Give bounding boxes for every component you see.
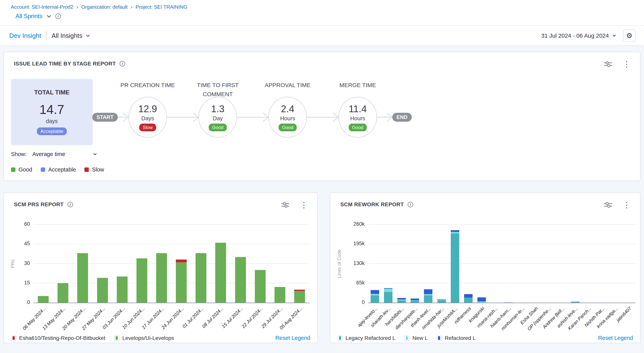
info-icon[interactable]: i <box>120 61 125 66</box>
legend-checkbox <box>437 335 442 341</box>
bar-segment[interactable] <box>384 289 392 292</box>
bar-segment[interactable] <box>176 260 187 262</box>
reset-legend-link[interactable]: Reset Legend <box>275 335 310 341</box>
kebab-menu-icon[interactable]: ⋮ <box>623 60 630 68</box>
breadcrumb-project[interactable]: Project: SEI TRAINING <box>136 4 187 10</box>
bar-segment[interactable] <box>464 298 472 302</box>
y-tick-label: 130k <box>353 260 365 266</box>
breadcrumb-organization[interactable]: Organization: default <box>81 4 128 10</box>
bar-segment[interactable] <box>397 298 406 300</box>
lead-time-legend: Good Acceptable Slow <box>11 166 104 173</box>
scm-rework-panel: SCM REWORK REPORT i ⋮ Lines of Code 065k… <box>330 192 640 343</box>
legend-swatch <box>11 168 16 172</box>
stage-status-badge: Good <box>349 124 367 131</box>
gridline <box>368 264 635 264</box>
stage-title-approval: APPROVAL TIME <box>255 81 320 90</box>
stage-node-pr-creation[interactable]: 12.9 Days Slow <box>128 97 167 138</box>
kebab-menu-icon[interactable]: ⋮ <box>623 201 630 209</box>
filter-sliders-icon[interactable] <box>604 61 613 68</box>
bar-segment[interactable] <box>384 292 392 302</box>
bar-segment[interactable] <box>294 290 305 291</box>
x-tick-label: OP (oppenhe... <box>526 306 552 332</box>
stage-node-approval[interactable]: 2.4 Hours Good <box>268 97 307 138</box>
kebab-menu-icon[interactable]: ⋮ <box>300 201 308 209</box>
bar-segment[interactable] <box>58 283 68 302</box>
stage-node-time-to-first-comment[interactable]: 1.3 Day Good <box>198 97 237 138</box>
bar-segment[interactable] <box>478 302 486 302</box>
info-icon[interactable]: i <box>56 14 61 19</box>
settings-button[interactable]: ⚙ <box>623 30 636 42</box>
bar-segment[interactable] <box>424 296 432 302</box>
bar-segment[interactable] <box>397 300 406 302</box>
issue-lead-time-panel: ISSUE LEAD TIME BY STAGE REPORT i ⋮ TOTA… <box>4 52 640 181</box>
bar-segment[interactable] <box>410 300 419 301</box>
legend-label: Acceptable <box>48 166 76 173</box>
top-bar: Account: SEI-Internal-Prod2 › Organizati… <box>0 0 644 26</box>
bar-segment[interactable] <box>464 294 472 298</box>
bar-segment[interactable] <box>410 301 419 302</box>
date-range-selector[interactable]: 31 Jul 2024 - 06 Aug 2024 <box>541 32 616 39</box>
bar-segment[interactable] <box>371 296 379 302</box>
bar-segment[interactable] <box>424 289 432 294</box>
bar-segment[interactable] <box>438 300 446 300</box>
legend-swatch <box>41 168 45 172</box>
bar-segment[interactable] <box>451 230 459 232</box>
chevron-down-icon[interactable] <box>47 13 51 18</box>
filter-sliders-icon[interactable] <box>604 202 613 208</box>
info-icon[interactable]: i <box>408 202 413 207</box>
bar-segment[interactable] <box>504 302 513 302</box>
sprint-selector[interactable]: All Sprints <box>16 13 42 20</box>
show-label: Show: <box>11 151 27 158</box>
filter-sliders-icon[interactable] <box>281 202 290 208</box>
bar-segment[interactable] <box>451 232 459 234</box>
insight-bar: Dev Insight All Insights 31 Jul 2024 - 0… <box>0 26 644 46</box>
stage-value: 12.9 <box>138 103 157 114</box>
legend-item-repo-levelops[interactable]: Levelops/Ui-Levelops <box>114 335 174 341</box>
bar-segment[interactable] <box>371 294 379 296</box>
show-metric-dropdown[interactable]: Average time <box>32 151 96 158</box>
bar-segment[interactable] <box>294 291 305 302</box>
legend-item-repo-bitbucket[interactable]: Esha610/Testing-Repo-Of-Bitbucket <box>11 335 106 341</box>
bar-segment[interactable] <box>438 299 446 300</box>
legend-item-new-lines[interactable]: New L <box>404 335 428 341</box>
bar-segment[interactable] <box>274 287 285 302</box>
y-tick-label: 65k <box>356 280 365 286</box>
bar-segment[interactable] <box>156 253 167 303</box>
legend-checkbox <box>11 335 16 341</box>
breadcrumb-account[interactable]: Account: SEI-Internal-Prod2 <box>11 4 73 10</box>
bar-segment[interactable] <box>235 257 246 302</box>
bar-segment[interactable] <box>77 253 88 303</box>
total-time-unit: days <box>46 118 58 124</box>
y-tick-label: 60 <box>24 221 30 227</box>
bar-segment[interactable] <box>97 278 108 302</box>
y-tick-label: 45 <box>24 240 30 246</box>
bar-segment[interactable] <box>424 294 432 296</box>
bar-segment[interactable] <box>478 298 486 302</box>
legend-item-legacy-refactored[interactable]: Legacy Refactored L <box>338 335 395 341</box>
bar-segment[interactable] <box>255 270 266 302</box>
bar-segment[interactable] <box>438 300 446 302</box>
bar-segment[interactable] <box>397 300 406 300</box>
bar-segment[interactable] <box>410 298 419 300</box>
bar-segment[interactable] <box>215 243 226 303</box>
bar-segment[interactable] <box>371 290 379 294</box>
bar-segment[interactable] <box>117 276 128 302</box>
insight-selector[interactable]: All Insights <box>52 32 89 40</box>
dev-insight-link[interactable]: Dev Insight <box>9 32 41 40</box>
info-icon[interactable]: i <box>68 202 73 207</box>
bar-segment[interactable] <box>451 234 459 302</box>
bar-segment[interactable] <box>571 302 580 302</box>
bar-segment[interactable] <box>136 258 147 303</box>
bar-segment[interactable] <box>384 288 392 288</box>
gridline <box>34 244 310 244</box>
legend-item-refactored-lines[interactable]: Refactored L <box>437 335 476 341</box>
bar-segment[interactable] <box>196 253 206 303</box>
stage-node-merge[interactable]: 11.4 Hours Good <box>338 97 377 138</box>
bar-segment[interactable] <box>38 296 49 302</box>
legend-label: Legacy Refactored L <box>346 335 395 341</box>
gridline <box>34 283 310 283</box>
legend-label: New L <box>412 335 428 341</box>
gridline <box>34 224 310 224</box>
reset-legend-link[interactable]: Reset Legend <box>598 335 633 341</box>
bar-segment[interactable] <box>176 262 187 302</box>
